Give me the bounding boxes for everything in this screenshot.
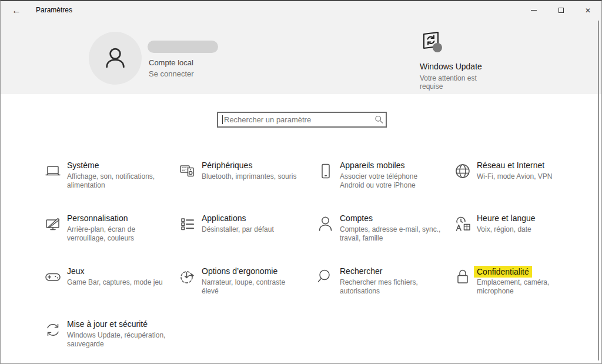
search-input[interactable] bbox=[223, 115, 372, 124]
windows-update-title: Windows Update bbox=[420, 62, 482, 71]
tile-title: Applications bbox=[202, 213, 246, 223]
laptop-icon bbox=[44, 160, 67, 209]
tile-options-ergonomie[interactable]: Options d’ergonomie Narrateur, loupe, co… bbox=[174, 262, 312, 315]
tile-subtitle: Rechercher mes fichiers, autorisations bbox=[340, 278, 447, 296]
tile-title: Périphériques bbox=[202, 161, 252, 170]
tile-reseau-internet[interactable]: Réseau et Internet Wi-Fi, mode Avion, VP… bbox=[449, 156, 590, 209]
search-icon bbox=[372, 115, 386, 124]
titlebar: ← Paramètres ✕ bbox=[1, 1, 601, 19]
tile-subtitle: Windows Update, récupération, sauvegarde bbox=[67, 331, 174, 349]
tile-subtitle: Affichage, son, notifications, alimentat… bbox=[67, 172, 174, 190]
sign-in-link[interactable]: Se connecter bbox=[149, 69, 194, 78]
account-name-placeholder bbox=[148, 41, 218, 53]
tile-peripheriques[interactable]: Périphériques Bluetooth, imprimantes, so… bbox=[174, 156, 312, 209]
tile-appareils-mobiles[interactable]: Appareils mobiles Associer votre télépho… bbox=[312, 156, 449, 209]
tile-jeux[interactable]: Jeux Game Bar, captures, mode jeu bbox=[39, 262, 174, 315]
minimize-icon bbox=[531, 10, 537, 11]
ease-of-access-icon bbox=[178, 266, 202, 315]
tile-personnalisation[interactable]: Personnalisation Arrière-plan, écran de … bbox=[39, 209, 174, 262]
avatar[interactable] bbox=[89, 32, 142, 85]
settings-search-box[interactable] bbox=[217, 112, 387, 128]
account-header: Compte local Se connecter Windows Update… bbox=[1, 19, 601, 94]
tile-title: Jeux bbox=[67, 266, 85, 276]
tile-title: Appareils mobiles bbox=[340, 161, 405, 170]
back-arrow-icon: ← bbox=[12, 5, 21, 16]
search-category-icon bbox=[316, 266, 340, 315]
tile-title: Comptes bbox=[340, 213, 373, 223]
tile-confidentialite[interactable]: Confidentialité Emplacement, caméra, mic… bbox=[449, 262, 590, 315]
person-icon bbox=[316, 213, 340, 262]
tile-title: Heure et langue bbox=[477, 213, 536, 223]
settings-window: ← Paramètres ✕ Compte local Se connecter bbox=[0, 0, 602, 364]
person-avatar-icon bbox=[102, 45, 129, 72]
tile-title: Mise à jour et sécurité bbox=[67, 319, 148, 329]
globe-icon bbox=[453, 160, 477, 209]
tile-subtitle: Voix, région, date bbox=[477, 225, 584, 234]
tile-applications[interactable]: Applications Désinstaller, par défaut bbox=[174, 209, 312, 262]
devices-icon bbox=[178, 160, 202, 209]
tile-subtitle: Bluetooth, imprimantes, souris bbox=[202, 172, 309, 181]
windows-update-icon bbox=[418, 30, 444, 55]
tile-subtitle: Associer votre téléphone Android ou votr… bbox=[340, 172, 447, 190]
windows-update-status: Votre attention est requise bbox=[420, 74, 477, 91]
tile-rechercher[interactable]: Rechercher Rechercher mes fichiers, auto… bbox=[312, 262, 449, 315]
tile-subtitle: Arrière-plan, écran de verrouillage, cou… bbox=[67, 225, 174, 243]
tile-subtitle: Wi-Fi, mode Avion, VPN bbox=[477, 172, 584, 181]
tile-title: Personnalisation bbox=[67, 213, 128, 223]
window-controls: ✕ bbox=[520, 1, 601, 19]
tile-subtitle: Désinstaller, par défaut bbox=[202, 225, 309, 234]
tile-heure-langue[interactable]: Heure et langue Voix, région, date bbox=[449, 209, 590, 262]
tile-title: Options d’ergonomie bbox=[202, 266, 277, 276]
tile-subtitle: Narrateur, loupe, contraste élevé bbox=[202, 278, 309, 296]
tile-subtitle: Comptes, adresse e-mail, sync., travail,… bbox=[340, 225, 447, 243]
tile-subtitle: Emplacement, caméra, microphone bbox=[477, 278, 584, 296]
time-language-icon bbox=[453, 213, 477, 262]
tile-mise-a-jour-securite[interactable]: Mise à jour et sécurité Windows Update, … bbox=[39, 315, 174, 364]
close-icon: ✕ bbox=[585, 7, 591, 14]
mobile-phone-icon bbox=[316, 160, 340, 209]
tile-title: Système bbox=[67, 161, 99, 170]
account-type-label: Compte local bbox=[149, 58, 193, 67]
maximize-button[interactable] bbox=[547, 1, 574, 19]
back-button[interactable]: ← bbox=[4, 1, 29, 19]
apps-list-icon bbox=[178, 213, 202, 262]
personalization-icon bbox=[44, 213, 67, 262]
minimize-button[interactable] bbox=[520, 1, 547, 19]
tile-subtitle: Game Bar, captures, mode jeu bbox=[67, 278, 174, 287]
lock-icon bbox=[453, 266, 477, 315]
vertical-scrollbar[interactable] bbox=[598, 21, 599, 360]
settings-grid: Système Affichage, son, notifications, a… bbox=[39, 156, 590, 364]
tile-comptes[interactable]: Comptes Comptes, adresse e-mail, sync., … bbox=[312, 209, 449, 262]
update-refresh-icon bbox=[44, 319, 67, 364]
tile-title: Réseau et Internet bbox=[477, 161, 544, 170]
gamepad-icon bbox=[44, 266, 67, 315]
tile-title: Rechercher bbox=[340, 266, 382, 276]
maximize-icon bbox=[558, 8, 564, 13]
window-title: Paramètres bbox=[36, 1, 72, 19]
close-button[interactable]: ✕ bbox=[574, 1, 601, 19]
tile-systeme[interactable]: Système Affichage, son, notifications, a… bbox=[39, 156, 174, 209]
tile-title-highlighted: Confidentialité bbox=[474, 266, 532, 278]
